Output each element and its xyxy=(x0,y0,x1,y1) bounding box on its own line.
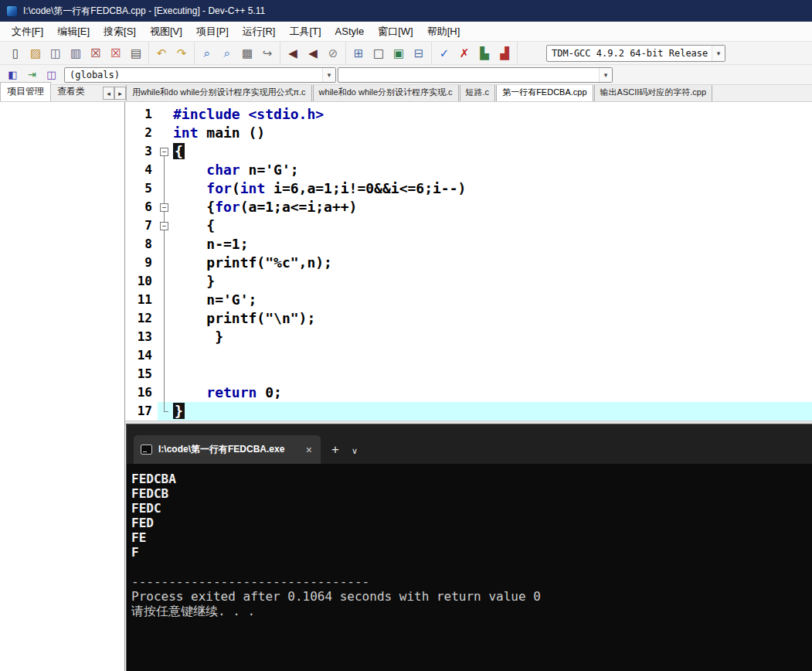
syntax-check-button[interactable]: ✓ xyxy=(434,44,454,63)
panel-scroll-right-icon[interactable]: ▸ xyxy=(114,87,126,100)
panel-scroll-left-icon[interactable]: ◂ xyxy=(103,87,114,100)
stop-execution-button[interactable]: ✗ xyxy=(454,44,474,63)
save-all-button[interactable]: ▥ xyxy=(66,44,86,63)
new-file-button[interactable]: ▯ xyxy=(5,44,25,63)
fold-margin[interactable]: − xyxy=(158,198,171,216)
members-select[interactable]: ▾ xyxy=(338,67,613,83)
profile-button[interactable]: ▙ xyxy=(474,44,494,63)
menu-item-6[interactable]: 工具[T] xyxy=(282,22,328,42)
toolbar-group: ⊞□▣⊟ xyxy=(346,42,432,64)
abort-button[interactable]: ⊘ xyxy=(323,44,343,63)
close-all-button[interactable]: ☒ xyxy=(106,44,126,63)
line-number: 2 xyxy=(125,124,158,142)
menu-item-2[interactable]: 搜索[S] xyxy=(97,22,143,42)
fold-margin[interactable]: − xyxy=(158,216,171,235)
code-area[interactable]: 1#include <stdio.h>2int main ()3−{4 char… xyxy=(125,102,812,421)
terminal-line-9: 请按任意键继续. . . xyxy=(131,604,812,618)
tab-dropdown-icon[interactable]: ∨ xyxy=(352,446,358,456)
editor-tab-2[interactable]: 短路.c xyxy=(460,85,496,101)
code-text: n-=1; xyxy=(171,235,812,254)
fold-margin xyxy=(158,328,171,346)
save-button[interactable]: ◫ xyxy=(46,44,66,63)
goto-declaration-button[interactable]: ◧ xyxy=(3,66,22,83)
close-file-button[interactable]: ☒ xyxy=(86,44,106,63)
cmd-icon xyxy=(141,444,152,455)
forward-button[interactable]: ◀ xyxy=(303,44,323,63)
class-browser-button[interactable]: ◫ xyxy=(42,66,61,83)
profile-analysis-button[interactable]: ▟ xyxy=(494,44,515,63)
globals-select[interactable]: (globals) ▾ xyxy=(64,67,336,83)
main-toolbar: ▯▨◫▥☒☒▤↶↷⌕⌕▩↪◀◀⊘⊞□▣⊟✓✗▙▟ TDM-GCC 4.9.2 6… xyxy=(0,42,812,65)
print-button[interactable]: ▤ xyxy=(126,44,146,63)
line-number: 7 xyxy=(125,216,158,235)
editor-tab-0[interactable]: 用while和do while分别设计程序实现用公式π.c xyxy=(126,85,312,101)
compiler-select[interactable]: TDM-GCC 4.9.2 64-bit Release ▾ xyxy=(546,45,725,62)
code-text: } xyxy=(171,328,812,346)
fold-margin xyxy=(158,179,171,198)
fold-collapse-icon[interactable]: − xyxy=(160,222,168,230)
terminal-titlebar[interactable]: I:\code\第一行有FEDCBA.exe × + ∨ xyxy=(127,424,812,464)
code-text: for(int i=6,a=1;i!=0&&i<=6;i--) xyxy=(171,179,812,198)
code-line-9: 9 printf("%c",n); xyxy=(125,254,812,272)
compile-run-button[interactable]: ▣ xyxy=(389,44,409,63)
code-line-16: 16 return 0; xyxy=(125,383,812,402)
fold-margin xyxy=(158,254,171,272)
back-button[interactable]: ◀ xyxy=(283,44,303,63)
editor-tab-4[interactable]: 输出ASCII码对应的字符.cpp xyxy=(594,85,713,101)
line-number: 16 xyxy=(125,383,158,402)
code-line-17: 17} xyxy=(125,402,812,421)
tab-project-manager[interactable]: 项目管理 xyxy=(0,82,51,101)
line-number: 9 xyxy=(125,254,158,272)
fold-collapse-icon[interactable]: − xyxy=(160,203,168,212)
menu-item-1[interactable]: 编辑[E] xyxy=(50,22,97,42)
replace-button[interactable]: ▩ xyxy=(237,44,257,63)
line-number: 1 xyxy=(125,105,158,124)
terminal-tab[interactable]: I:\code\第一行有FEDCBA.exe × xyxy=(134,435,321,464)
titlebar[interactable]: I:\code\第一行有FEDCBA.cpp - [Executing] - D… xyxy=(0,0,812,22)
code-text: char n='G'; xyxy=(171,161,812,179)
open-file-button[interactable]: ▨ xyxy=(25,44,46,63)
run-button[interactable]: □ xyxy=(369,44,389,63)
line-number: 12 xyxy=(125,309,158,328)
code-text: n='G'; xyxy=(171,291,812,309)
find-button[interactable]: ⌕ xyxy=(197,44,217,63)
new-tab-button[interactable]: + xyxy=(331,442,339,458)
editor-tab-1[interactable]: while和do while分别设计程序实现.c xyxy=(313,85,459,101)
menu-item-3[interactable]: 视图[V] xyxy=(143,22,189,42)
menu-item-0[interactable]: 文件[F] xyxy=(5,22,50,42)
code-text: { xyxy=(171,216,812,235)
goto-line-button[interactable]: ↪ xyxy=(257,44,277,63)
fold-margin[interactable]: − xyxy=(158,142,171,161)
rebuild-button[interactable]: ⊟ xyxy=(409,44,429,63)
terminal-line-3: FED xyxy=(131,516,812,530)
chevron-down-icon: ▾ xyxy=(712,46,725,61)
code-line-12: 12 printf("\n"); xyxy=(125,309,812,328)
goto-implementation-button[interactable]: ⇥ xyxy=(22,66,42,83)
fold-margin xyxy=(158,309,171,328)
toolbar-group: ⌕⌕▩↪ xyxy=(195,42,280,64)
close-tab-icon[interactable]: × xyxy=(304,444,314,456)
compile-button[interactable]: ⊞ xyxy=(348,44,369,63)
find-in-files-button[interactable]: ⌕ xyxy=(217,44,237,63)
menu-item-9[interactable]: 帮助[H] xyxy=(420,22,467,42)
fold-margin xyxy=(158,365,171,383)
fold-margin xyxy=(158,402,171,421)
fold-collapse-icon[interactable]: − xyxy=(160,148,168,156)
code-line-15: 15 xyxy=(125,365,812,383)
tab-class-viewer[interactable]: 查看类 xyxy=(51,83,91,101)
editor-tab-3[interactable]: 第一行有FEDCBA.cpp xyxy=(496,85,593,101)
fold-margin xyxy=(158,124,171,142)
line-number: 15 xyxy=(125,365,158,383)
menu-item-7[interactable]: AStyle xyxy=(328,22,372,40)
toolbar-group: ↶↷ xyxy=(149,42,195,64)
menu-item-5[interactable]: 运行[R] xyxy=(236,22,283,42)
terminal-line-1: FEDCB xyxy=(131,486,812,501)
compiler-value: TDM-GCC 4.9.2 64-bit Release xyxy=(547,48,712,59)
menu-item-8[interactable]: 窗口[W] xyxy=(371,22,420,42)
code-line-13: 13 } xyxy=(125,328,812,346)
redo-button[interactable]: ↷ xyxy=(172,44,192,63)
undo-button[interactable]: ↶ xyxy=(151,44,172,63)
code-line-3: 3−{ xyxy=(125,142,812,161)
terminal-line-0: FEDCBA xyxy=(131,472,812,486)
menu-item-4[interactable]: 项目[P] xyxy=(189,22,236,42)
